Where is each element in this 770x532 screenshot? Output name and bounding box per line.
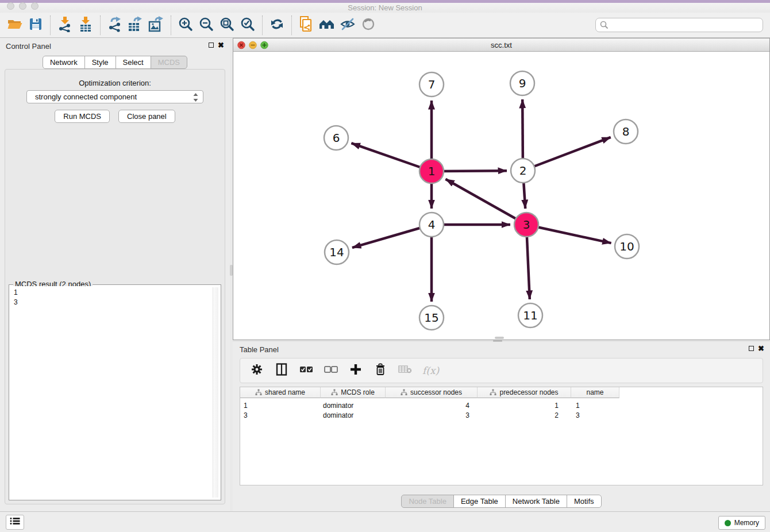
node-10[interactable]: 10	[615, 234, 639, 259]
export-image-button[interactable]	[146, 16, 167, 35]
node-4[interactable]: 4	[419, 213, 444, 237]
node-14[interactable]: 14	[325, 240, 349, 264]
eye-slash-icon	[340, 17, 356, 33]
column-header-shared-name[interactable]: shared name	[240, 387, 321, 398]
close-panel-button[interactable]: Close panel	[118, 110, 175, 123]
tab-select[interactable]: Select	[116, 56, 151, 69]
table-panel-title: Table Panel	[240, 345, 279, 354]
column-header-name[interactable]: name	[571, 387, 619, 398]
memory-status-icon	[725, 520, 731, 526]
tab-edge-table[interactable]: Edge Table	[453, 495, 506, 508]
search-input[interactable]	[595, 18, 763, 32]
zoom-in-button[interactable]	[175, 16, 196, 35]
show-all-button[interactable]	[358, 16, 379, 35]
column-header-successor-nodes[interactable]: successor nodes	[386, 387, 478, 398]
tab-mcds[interactable]: MCDS	[151, 56, 187, 69]
mcds-result-item: 1	[14, 288, 216, 298]
tab-network[interactable]: Network	[43, 56, 85, 69]
trash-icon	[375, 363, 386, 378]
export-table-button[interactable]	[125, 16, 146, 35]
function-builder-button[interactable]: f(x)	[422, 365, 439, 376]
column-header-predecessor-nodes[interactable]: predecessor nodes	[478, 387, 571, 398]
memory-label: Memory	[734, 519, 759, 527]
tab-motifs[interactable]: Motifs	[567, 495, 602, 508]
table-row[interactable]: 1 dominator 4 1 1	[240, 400, 763, 410]
zoom-in-icon	[178, 17, 193, 34]
float-panel-icon[interactable]	[749, 346, 754, 351]
float-panel-icon[interactable]	[209, 43, 214, 48]
node-1[interactable]: 1	[419, 159, 444, 183]
cell-shared-name: 1	[240, 400, 321, 410]
attribute-icon	[255, 389, 262, 396]
import-table-button[interactable]	[75, 16, 96, 35]
result-scrollbar[interactable]	[213, 287, 218, 498]
gear-icon	[251, 363, 263, 378]
node-11[interactable]: 11	[518, 303, 542, 327]
edge-2-8[interactable]	[523, 137, 611, 171]
svg-text:11: 11	[523, 309, 537, 322]
table-panel: Table Panel ✖ f(x) shared name MCDS role…	[233, 342, 770, 511]
task-history-button[interactable]	[6, 515, 24, 530]
deselect-all-button[interactable]	[324, 363, 338, 378]
node-2[interactable]: 2	[511, 159, 535, 183]
svg-text:2: 2	[519, 164, 527, 178]
criterion-select[interactable]: strongly connected component	[26, 90, 203, 103]
table-row[interactable]: 3 dominator 3 2 3	[240, 410, 763, 420]
edge-3-1[interactable]	[445, 179, 526, 225]
mcds-result-list[interactable]: 1 3	[10, 286, 220, 499]
select-stepper-icon	[193, 93, 198, 103]
zoom-fit-button[interactable]	[217, 16, 237, 35]
close-panel-icon[interactable]: ✖	[758, 345, 764, 352]
svg-text:7: 7	[428, 78, 436, 91]
toggle-panel-button[interactable]	[274, 363, 289, 378]
save-session-button[interactable]	[25, 16, 46, 35]
list-icon	[10, 517, 20, 527]
save-disk-icon	[29, 17, 43, 33]
tab-network-table[interactable]: Network Table	[505, 495, 567, 508]
plus-icon	[350, 364, 361, 377]
svg-text:3: 3	[523, 218, 530, 232]
export-network-button[interactable]	[105, 16, 125, 35]
canvas-hscroll-hint[interactable]	[495, 337, 504, 339]
network-graph[interactable]: 7968124314101511	[233, 52, 769, 340]
memory-button[interactable]: Memory	[718, 516, 765, 530]
table-panel-header: Table Panel ✖	[233, 342, 770, 357]
node-8[interactable]: 8	[614, 119, 638, 144]
svg-text:9: 9	[519, 76, 526, 90]
first-neighbors-button[interactable]	[317, 16, 337, 35]
cell-successor-nodes: 4	[386, 400, 478, 410]
duplicate-network-button[interactable]	[296, 16, 317, 35]
node-15[interactable]: 15	[419, 306, 444, 330]
node-9[interactable]: 9	[510, 71, 534, 95]
edge-3-10[interactable]	[526, 225, 611, 243]
zoom-fit-icon	[220, 17, 234, 34]
node-7[interactable]: 7	[419, 72, 444, 97]
column-header-mcds-role[interactable]: MCDS role	[321, 387, 386, 398]
select-all-button[interactable]	[299, 363, 314, 378]
toolbar-divider	[262, 16, 263, 35]
refresh-icon	[270, 17, 284, 34]
node-3[interactable]: 3	[514, 213, 538, 237]
cell-shared-name: 3	[240, 410, 321, 420]
node-6[interactable]: 6	[324, 126, 348, 150]
import-table-icon	[78, 16, 93, 34]
toolbar-divider	[171, 16, 171, 35]
tab-node-table[interactable]: Node Table	[401, 495, 454, 508]
hide-selected-button[interactable]	[337, 16, 358, 35]
tab-style[interactable]: Style	[84, 56, 116, 69]
zoom-selected-button[interactable]	[237, 16, 258, 35]
table-settings-button[interactable]	[249, 363, 264, 378]
run-mcds-button[interactable]: Run MCDS	[55, 110, 110, 123]
delete-table-button[interactable]	[398, 363, 413, 378]
refresh-button[interactable]	[267, 16, 287, 35]
open-session-button[interactable]	[5, 16, 25, 35]
add-column-button[interactable]	[348, 363, 363, 378]
network-canvas[interactable]: 7968124314101511	[233, 52, 769, 340]
table-delete-icon	[398, 365, 412, 376]
svg-text:15: 15	[424, 311, 438, 325]
close-panel-icon[interactable]: ✖	[218, 42, 224, 48]
import-network-button[interactable]	[55, 16, 75, 35]
delete-column-button[interactable]	[373, 363, 388, 378]
zoom-out-button[interactable]	[196, 16, 217, 35]
window-title: Session: New Session	[0, 3, 770, 12]
